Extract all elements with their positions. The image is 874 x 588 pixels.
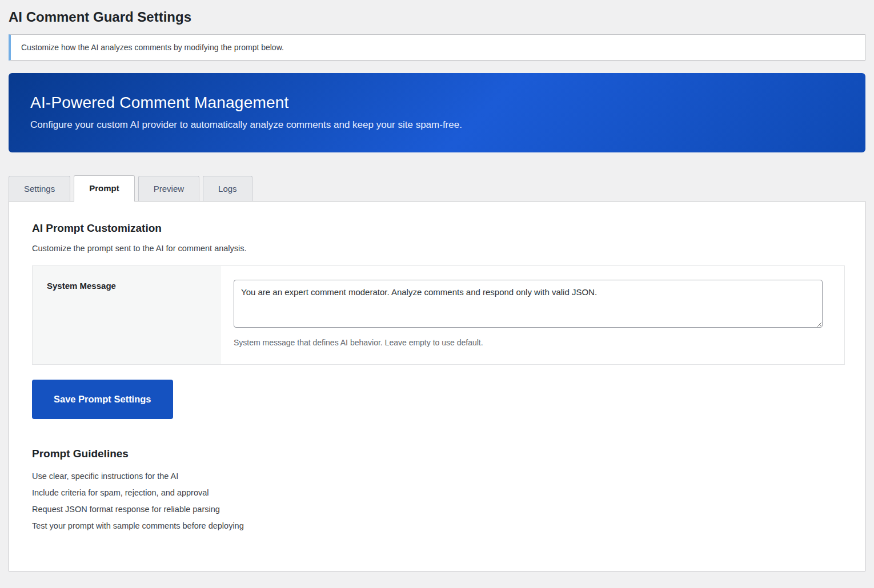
settings-page: AI Comment Guard Settings Customize how … bbox=[9, 0, 865, 571]
prompt-form-table: System Message You are an expert comment… bbox=[32, 265, 845, 365]
hero-banner: AI-Powered Comment Management Configure … bbox=[9, 73, 865, 152]
system-message-help: System message that defines AI behavior.… bbox=[234, 338, 823, 347]
prompt-section-heading: AI Prompt Customization bbox=[32, 222, 851, 235]
save-prompt-settings-button[interactable]: Save Prompt Settings bbox=[32, 380, 173, 419]
guideline-item: Test your prompt with sample comments be… bbox=[32, 521, 851, 530]
tab-preview[interactable]: Preview bbox=[138, 176, 199, 201]
prompt-tab-panel: AI Prompt Customization Customize the pr… bbox=[9, 201, 865, 571]
system-message-field-cell: You are an expert comment moderator. Ana… bbox=[221, 266, 844, 364]
tab-prompt[interactable]: Prompt bbox=[74, 175, 135, 202]
system-message-label: System Message bbox=[47, 281, 116, 291]
hero-banner-subtitle: Configure your custom AI provider to aut… bbox=[30, 119, 844, 131]
tab-logs[interactable]: Logs bbox=[203, 176, 252, 201]
guideline-item: Use clear, specific instructions for the… bbox=[32, 472, 851, 481]
admin-notice: Customize how the AI analyzes comments b… bbox=[9, 34, 865, 61]
guideline-item: Include criteria for spam, rejection, an… bbox=[32, 488, 851, 497]
system-message-textarea[interactable]: You are an expert comment moderator. Ana… bbox=[234, 280, 823, 328]
hero-banner-title: AI-Powered Comment Management bbox=[30, 94, 844, 112]
tab-bar: Settings Prompt Preview Logs bbox=[9, 175, 865, 201]
guidelines-list: Use clear, specific instructions for the… bbox=[32, 472, 851, 530]
admin-notice-text: Customize how the AI analyzes comments b… bbox=[21, 43, 858, 52]
guidelines-heading: Prompt Guidelines bbox=[32, 448, 851, 460]
system-message-label-cell: System Message bbox=[33, 266, 221, 364]
prompt-section-description: Customize the prompt sent to the AI for … bbox=[32, 244, 851, 253]
tab-settings[interactable]: Settings bbox=[9, 176, 70, 201]
guideline-item: Request JSON format response for reliabl… bbox=[32, 505, 851, 514]
page-title: AI Comment Guard Settings bbox=[9, 0, 865, 31]
